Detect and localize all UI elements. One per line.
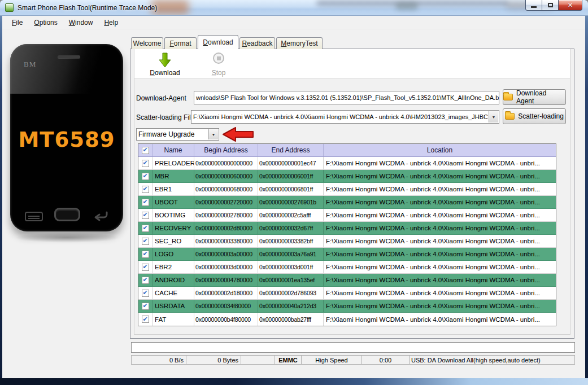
end-address: 0x0000000002c5afff <box>258 209 324 221</box>
scatter-dropdown-button[interactable]: ▼ <box>489 111 498 123</box>
phone-screen-glare <box>10 44 123 94</box>
title-bar[interactable]: Smart Phone Flash Tool(Runtime Trace Mod… <box>0 0 588 16</box>
partition-name: RECOVERY <box>153 222 194 234</box>
row-checkbox[interactable]: ✔ <box>138 300 153 312</box>
scatter-button-label: Scatter-loading <box>518 112 564 120</box>
end-address: 0x000000000001ec47 <box>258 157 324 169</box>
row-location: F:\Xiaomi Hongmi WCDMA - unbrick 4.0\Xia… <box>324 287 556 299</box>
download-agent-button-label: Download Agent <box>516 89 565 105</box>
table-row[interactable]: ✔BOOTIMG0x00000000027800000x0000000002c5… <box>138 209 556 222</box>
flash-mode-combobox[interactable]: Firmware Upgrade ▼ <box>136 128 219 141</box>
close-button[interactable]: ✕ <box>558 0 582 11</box>
check-icon: ✔ <box>142 290 147 296</box>
check-icon: ✔ <box>142 316 147 322</box>
app-icon <box>5 3 14 12</box>
end-address: 0x000000000276901b <box>258 196 324 208</box>
phone-nav-bar <box>10 208 123 225</box>
table-row[interactable]: ✔SEC_RO0x00000000033800000x0000000003382… <box>138 235 556 248</box>
tab-download[interactable]: Download <box>198 35 238 49</box>
table-row[interactable]: ✔CACHE0x000000002d1800000x000000002d7860… <box>138 287 556 300</box>
scatter-loading-browse-button[interactable]: Scatter-loading <box>503 108 566 124</box>
partition-name: SEC_RO <box>153 235 194 247</box>
end-address: 0x000000001ea135ef <box>258 274 324 286</box>
begin-address: 0x0000000003380000 <box>194 235 258 247</box>
row-checkbox[interactable]: ✔ <box>138 261 153 273</box>
table-row[interactable]: ✔RECOVERY0x0000000002d800000x00000000032… <box>138 222 556 235</box>
download-tab-panel: Download Stop Download-Agent wnloads\SP … <box>130 49 574 339</box>
client-area: File Options Window Help BM MT6589 Welco… <box>2 16 585 378</box>
status-speed: 0 B/s <box>131 355 186 365</box>
table-row[interactable]: ✔MBR0x00000000006000000x00000000006001ff… <box>138 170 556 183</box>
end-address: 0x00000000032d67ff <box>258 222 324 234</box>
check-icon: ✔ <box>142 160 147 166</box>
partition-name: EBR2 <box>153 261 194 273</box>
menu-help[interactable]: Help <box>99 17 123 28</box>
column-header-begin[interactable]: Begin Address <box>194 144 258 156</box>
tab-memorytest[interactable]: MemoryTest <box>276 37 323 49</box>
menu-options[interactable]: Options <box>29 17 62 28</box>
row-checkbox[interactable]: ✔ <box>138 235 153 247</box>
row-checkbox[interactable]: ✔ <box>138 170 153 182</box>
row-checkbox[interactable]: ✔ <box>138 222 153 234</box>
table-row[interactable]: ✔UBOOT0x00000000027200000x00000000027690… <box>138 196 556 209</box>
download-button[interactable]: Download <box>141 51 189 78</box>
table-row[interactable]: ✔USRDATA0x0000000034f800000x0000000040a2… <box>138 300 556 313</box>
column-header-end[interactable]: End Address <box>258 144 324 156</box>
mode-dropdown-button[interactable]: ▼ <box>208 129 218 139</box>
row-checkbox[interactable]: ✔ <box>138 313 153 326</box>
row-location: F:\Xiaomi Hongmi WCDMA - unbrick 4.0\Xia… <box>324 170 556 182</box>
status-elapsed-time: 0:00 <box>362 355 410 365</box>
check-icon: ✔ <box>142 238 147 244</box>
action-toolbar <box>134 49 570 78</box>
check-icon: ✔ <box>142 173 147 179</box>
status-bytes: 0 Bytes <box>186 355 241 365</box>
row-checkbox[interactable]: ✔ <box>138 274 153 286</box>
row-checkbox[interactable]: ✔ <box>138 248 153 260</box>
table-row[interactable]: ✔FAT0x00000000b4f800000x00000000bab27fff… <box>138 313 556 326</box>
download-arrow-icon <box>158 53 172 68</box>
column-header-location[interactable]: Location <box>324 144 556 156</box>
minimize-button[interactable] <box>525 0 542 11</box>
tab-readback[interactable]: Readback <box>239 37 275 49</box>
scatter-file-combobox[interactable]: F:\Xiaomi Hongmi WCDMA - unbrick 4.0\Xia… <box>191 110 499 124</box>
chipset-label: MT6589 <box>10 128 123 152</box>
partition-name: BOOTIMG <box>153 209 194 221</box>
table-row[interactable]: ✔EBR10x00000000006800000x00000000006801f… <box>138 183 556 196</box>
row-checkbox[interactable]: ✔ <box>138 287 153 299</box>
menu-file[interactable]: File <box>7 17 28 28</box>
download-agent-input[interactable]: wnloads\SP Flash Tool for Windows v.3.13… <box>194 91 499 104</box>
maximize-button[interactable] <box>542 0 558 11</box>
begin-address: 0x000000002d180000 <box>194 287 258 299</box>
select-all-checkbox[interactable]: ✔ <box>138 144 153 156</box>
begin-address: 0x0000000004780000 <box>194 274 258 286</box>
table-row[interactable]: ✔LOGO0x0000000003a000000x0000000003a76a9… <box>138 248 556 261</box>
row-location: F:\Xiaomi Hongmi WCDMA - unbrick 4.0\Xia… <box>324 157 556 169</box>
stop-button[interactable]: Stop <box>201 51 237 78</box>
end-address: 0x0000000003a76a91 <box>258 248 324 260</box>
row-location: F:\Xiaomi Hongmi WCDMA - unbrick 4.0\Xia… <box>324 313 556 326</box>
table-header-row: ✔ Name Begin Address End Address Locatio… <box>138 144 556 157</box>
tab-format[interactable]: Format <box>164 37 197 49</box>
download-agent-browse-button[interactable]: Download Agent <box>503 89 566 105</box>
begin-address: 0x0000000000000000 <box>194 157 258 169</box>
minimize-icon <box>531 6 537 8</box>
window-bottom-border <box>0 378 588 385</box>
row-checkbox[interactable]: ✔ <box>138 196 153 208</box>
end-address: 0x00000000bab27fff <box>258 313 324 326</box>
partition-name: LOGO <box>153 248 194 260</box>
table-row[interactable]: ✔EBR20x0000000003d000000x0000000003d001f… <box>138 261 556 274</box>
row-checkbox[interactable]: ✔ <box>138 209 153 221</box>
table-row[interactable]: ✔PRELOADER0x00000000000000000x0000000000… <box>138 157 556 170</box>
phone-speaker <box>58 55 80 58</box>
menu-bar: File Options Window Help <box>2 16 585 29</box>
tab-welcome[interactable]: Welcome <box>131 37 163 49</box>
end-address: 0x0000000003d001ff <box>258 261 324 273</box>
row-checkbox[interactable]: ✔ <box>138 183 153 195</box>
column-header-name[interactable]: Name <box>153 144 194 156</box>
row-checkbox[interactable]: ✔ <box>138 157 153 169</box>
menu-window[interactable]: Window <box>64 17 98 28</box>
table-row[interactable]: ✔ANDROID0x00000000047800000x000000001ea1… <box>138 274 556 287</box>
check-icon: ✔ <box>142 147 147 153</box>
check-icon: ✔ <box>142 186 147 192</box>
partition-name: USRDATA <box>153 300 194 312</box>
